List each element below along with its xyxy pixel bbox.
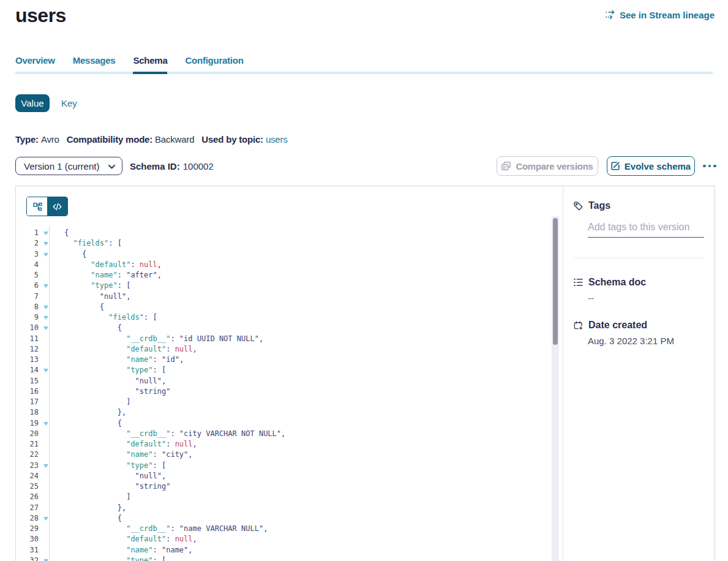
fold-toggle-icon[interactable] <box>39 249 48 260</box>
line-number: 17 <box>16 397 39 407</box>
code-text[interactable]: { <box>48 418 550 429</box>
date-created-header: Date created <box>574 320 704 330</box>
code-text[interactable]: ] <box>48 492 550 502</box>
code-text[interactable]: }, <box>48 503 550 513</box>
version-select[interactable]: Version 1 (current) <box>15 157 122 175</box>
add-tags-input[interactable] <box>588 222 704 238</box>
tab-messages[interactable]: Messages <box>73 56 116 74</box>
line-number: 12 <box>16 344 39 355</box>
line-number: 2 <box>16 238 39 249</box>
code-text[interactable]: "name": "city", <box>48 450 550 460</box>
code-text[interactable]: "default": null, <box>48 260 550 270</box>
type-group: Type:Avro <box>15 135 59 145</box>
fold-toggle-icon[interactable] <box>39 312 48 323</box>
code-text[interactable]: "default": null, <box>48 439 550 450</box>
code-text[interactable]: "default": null, <box>48 344 550 355</box>
code-text[interactable]: { <box>48 302 550 312</box>
topic-link[interactable]: users <box>266 134 288 145</box>
code-text[interactable]: "type": [ <box>48 365 550 375</box>
fold-spacer <box>39 260 48 270</box>
date-created-value: Aug. 3 2022 3:21 PM <box>588 336 704 346</box>
fold-spacer <box>39 376 48 386</box>
list-icon <box>574 278 583 287</box>
code-line: 30 "default": null, <box>16 534 550 544</box>
fold-toggle-icon[interactable] <box>39 461 48 471</box>
evolve-schema-label: Evolve schema <box>625 161 691 171</box>
scrollbar-thumb[interactable] <box>553 218 558 345</box>
code-line: 7 "null", <box>16 292 550 302</box>
code-text[interactable]: "null", <box>48 376 550 386</box>
chevron-down-icon <box>108 165 115 169</box>
fold-spacer <box>39 503 48 513</box>
more-actions-button[interactable] <box>700 156 719 176</box>
code-line: 25 "string" <box>16 481 550 492</box>
code-text[interactable]: ] <box>48 397 550 407</box>
code-text[interactable]: { <box>48 249 550 260</box>
line-number: 19 <box>16 418 39 429</box>
fold-toggle-icon[interactable] <box>39 323 48 333</box>
fold-spacer <box>39 545 48 555</box>
code-text[interactable]: "__crdb__": "id UUID NOT NULL", <box>48 334 550 344</box>
fold-toggle-icon[interactable] <box>39 555 48 561</box>
code-text[interactable]: "null", <box>48 471 550 481</box>
code-text[interactable]: "name": "name", <box>48 545 550 555</box>
line-number: 20 <box>16 429 39 439</box>
line-number: 1 <box>16 228 39 238</box>
fold-toggle-icon[interactable] <box>39 513 48 524</box>
fold-spacer <box>39 492 48 502</box>
code-text[interactable]: "fields": [ <box>48 238 550 249</box>
schema-sidebar: Tags Schema doc -- <box>563 186 715 561</box>
code-text[interactable]: "string" <box>48 481 550 492</box>
view-mode-toggle <box>26 197 68 216</box>
value-toggle-button[interactable]: Value <box>15 94 50 112</box>
code-text[interactable]: "default": null, <box>48 534 550 544</box>
code-line: 8 { <box>16 302 550 312</box>
tree-view-button[interactable] <box>27 197 47 216</box>
code-text[interactable]: "string" <box>48 386 550 397</box>
code-text[interactable]: "null", <box>48 292 550 302</box>
code-line: 16 "string" <box>16 386 550 397</box>
evolve-schema-button[interactable]: Evolve schema <box>607 156 695 176</box>
code-text[interactable]: "type": [ <box>48 461 550 471</box>
fold-toggle-icon[interactable] <box>39 238 48 249</box>
code-line: 31 "name": "name", <box>16 545 550 555</box>
code-line: 4 "default": null, <box>16 260 550 270</box>
tab-schema[interactable]: Schema <box>133 56 167 74</box>
code-view-button[interactable] <box>47 197 67 216</box>
tags-label: Tags <box>588 200 610 211</box>
fold-toggle-icon[interactable] <box>39 302 48 312</box>
schema-page: users See in Stream lineage OverviewMess… <box>0 0 728 561</box>
code-text[interactable]: { <box>48 228 550 238</box>
fold-toggle-icon[interactable] <box>39 228 48 238</box>
stream-lineage-label: See in Stream lineage <box>620 10 715 20</box>
fold-toggle-icon[interactable] <box>39 418 48 429</box>
code-text[interactable]: "type": [ <box>48 555 550 561</box>
code-text[interactable]: "name": "after", <box>48 270 550 280</box>
schema-id-label: Schema ID: <box>130 161 180 171</box>
key-toggle-button[interactable]: Key <box>61 94 77 112</box>
code-text[interactable]: "fields": [ <box>48 312 550 323</box>
code-text[interactable]: "name": "id", <box>48 355 550 365</box>
page-title: users <box>15 4 66 27</box>
code-text[interactable]: "type": [ <box>48 280 550 291</box>
code-text[interactable]: "__crdb__": "city VARCHAR NOT NULL", <box>48 429 550 439</box>
fold-toggle-icon[interactable] <box>39 365 48 375</box>
tab-overview[interactable]: Overview <box>15 56 55 74</box>
fold-spacer <box>39 344 48 355</box>
compare-versions-icon <box>501 162 511 170</box>
code-text[interactable]: }, <box>48 407 550 418</box>
code-line: 14 "type": [ <box>16 365 550 375</box>
tree-view-icon <box>32 201 42 211</box>
code-text[interactable]: { <box>48 513 550 524</box>
code-text[interactable]: "__crdb__": "name VARCHAR NULL", <box>48 524 550 534</box>
fold-toggle-icon[interactable] <box>39 280 48 291</box>
see-in-stream-lineage-link[interactable]: See in Stream lineage <box>606 10 715 20</box>
editor-scrollbar[interactable] <box>552 216 559 561</box>
schema-code: 1{2 "fields": [3 {4 "default": null,5 "n… <box>16 228 550 561</box>
code-line: 32 "type": [ <box>16 555 550 561</box>
used-by-topic-group: Used by topic:users <box>201 135 287 145</box>
code-line: 18 }, <box>16 407 550 418</box>
tab-configuration[interactable]: Configuration <box>185 56 243 74</box>
compare-versions-button[interactable]: Compare versions <box>497 156 598 176</box>
code-text[interactable]: { <box>48 323 550 333</box>
